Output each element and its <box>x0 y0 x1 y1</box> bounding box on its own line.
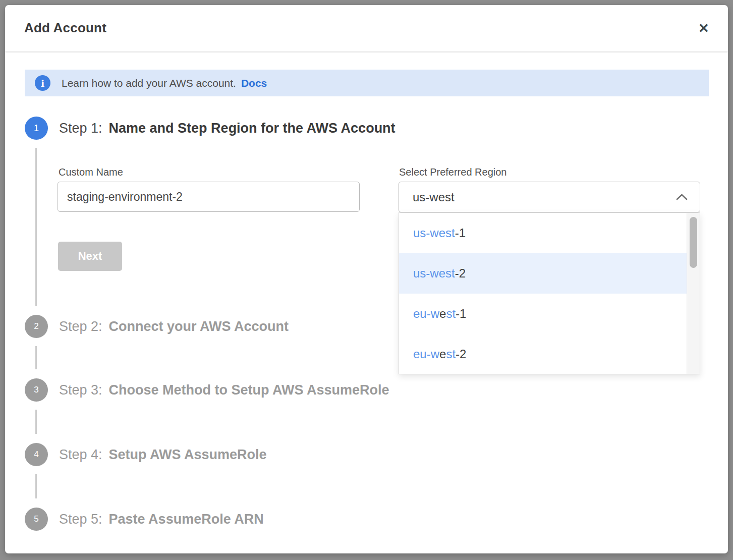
step-connector <box>35 410 37 434</box>
header-divider <box>5 51 728 52</box>
chevron-up-icon[interactable] <box>676 194 688 200</box>
region-option-text: -1 <box>456 307 466 321</box>
banner-text: Learn how to add your AWS account. <box>62 77 236 89</box>
region-label: Select Preferred Region <box>399 166 506 178</box>
region-options: us-west-1us-west-2eu-west-1eu-west-2 <box>399 213 687 374</box>
region-option[interactable]: us-west-2 <box>399 253 687 294</box>
step-row-3: 3 Step 3: Choose Method to Setup AWS Ass… <box>25 378 389 402</box>
region-option-text: e <box>439 347 446 361</box>
page-backdrop: { "modal": { "title": "Add Account", "cl… <box>0 0 733 560</box>
region-option-text: us-west <box>413 266 455 281</box>
region-option-text: e <box>439 307 446 321</box>
custom-name-input[interactable] <box>58 182 360 212</box>
step-row-2: 2 Step 2: Connect your AWS Account <box>25 315 289 338</box>
scrollbar-track[interactable] <box>687 213 700 374</box>
region-combobox[interactable] <box>399 182 700 212</box>
step-2-prefix: Step 2: <box>59 319 102 334</box>
region-option-text: us-west <box>413 226 455 240</box>
step-connector <box>35 474 37 498</box>
region-input[interactable] <box>399 190 676 204</box>
docs-link[interactable]: Docs <box>241 77 267 89</box>
step-connector <box>35 148 37 306</box>
region-option-text: -1 <box>455 226 466 240</box>
region-option-text: -2 <box>455 266 466 281</box>
step-4-prefix: Step 4: <box>59 447 102 463</box>
step-3-prefix: Step 3: <box>59 382 102 398</box>
modal-title: Add Account <box>24 20 106 36</box>
step-3-badge: 3 <box>25 378 48 402</box>
info-banner: i Learn how to add your AWS account. Doc… <box>25 70 709 96</box>
step-row-4: 4 Step 4: Setup AWS AssumeRole <box>25 443 267 466</box>
step-row-5: 5 Step 5: Paste AssumeRole ARN <box>25 508 264 531</box>
region-option-text: eu-w <box>413 347 439 361</box>
step-4-title: Setup AWS AssumeRole <box>109 447 267 463</box>
region-option[interactable]: eu-west-2 <box>399 334 687 374</box>
step-1-prefix: Step 1: <box>59 121 102 136</box>
next-button[interactable]: Next <box>58 242 122 271</box>
region-option-text: st <box>446 307 456 321</box>
region-option-text: -2 <box>456 347 466 361</box>
step-2-title: Connect your AWS Account <box>109 319 289 334</box>
scrollbar-thumb[interactable] <box>690 217 697 268</box>
custom-name-label: Custom Name <box>59 166 123 178</box>
close-icon: ✕ <box>698 21 709 36</box>
step-2-badge: 2 <box>25 315 48 338</box>
info-icon: i <box>35 75 50 91</box>
add-account-modal: Add Account ✕ i Learn how to add your AW… <box>5 5 728 553</box>
region-dropdown-panel: us-west-1us-west-2eu-west-1eu-west-2 <box>399 212 700 374</box>
step-3-title: Choose Method to Setup AWS AssumeRole <box>109 382 389 398</box>
region-option[interactable]: eu-west-1 <box>399 294 687 334</box>
region-option-text: st <box>446 347 456 361</box>
step-5-prefix: Step 5: <box>59 512 102 527</box>
step-1-title: Name and Step Region for the AWS Account <box>109 121 396 136</box>
step-row-1: 1 Step 1: Name and Step Region for the A… <box>25 117 396 140</box>
close-button[interactable]: ✕ <box>695 19 713 37</box>
region-option-text: eu-w <box>413 307 439 321</box>
step-1-badge: 1 <box>25 117 48 140</box>
step-5-badge: 5 <box>25 508 48 531</box>
region-option[interactable]: us-west-1 <box>399 213 687 253</box>
step-4-badge: 4 <box>25 443 48 466</box>
step-5-title: Paste AssumeRole ARN <box>109 512 264 527</box>
step-connector <box>35 346 37 369</box>
